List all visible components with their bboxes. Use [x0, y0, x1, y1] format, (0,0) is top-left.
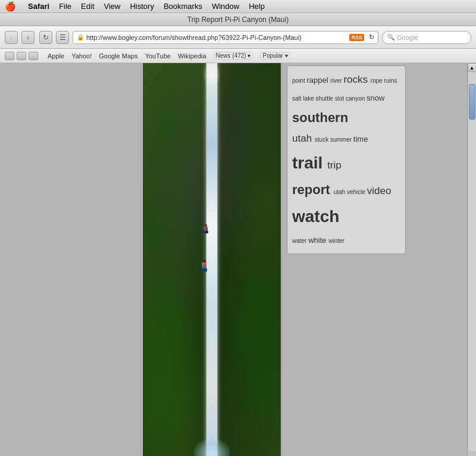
back-button[interactable]: ‹ [5, 31, 18, 44]
title-bar: Trip Report Pi-Pi Canyon (Maui) [0, 13, 476, 26]
scroll-thumb[interactable] [469, 84, 475, 120]
tag-cloud: point rappel river rocks rope ruins salt… [292, 71, 400, 249]
water-pool-bottom [194, 439, 230, 456]
tag-salt[interactable]: salt [292, 95, 303, 102]
tag-snow[interactable]: snow [367, 93, 384, 102]
tag-utah2[interactable]: utah [334, 189, 347, 195]
bookmark-apple[interactable]: Apple [48, 52, 64, 60]
climber-body [202, 263, 206, 268]
bookmark-wikipedia[interactable]: Wikipedia [178, 52, 206, 60]
reader-icon: ☰ [60, 33, 66, 42]
waterfall-image-container [141, 63, 282, 456]
lock-icon: 🔒 [77, 34, 84, 40]
bookmark-popular[interactable]: Popular ▾ [260, 52, 290, 60]
tag-winter[interactable]: winter [328, 238, 345, 244]
forward-icon: › [27, 33, 29, 42]
menu-help[interactable]: Help [249, 2, 265, 11]
back-icon: ‹ [10, 33, 12, 42]
water-spray-top [203, 63, 221, 87]
rss-badge[interactable]: RSS [349, 34, 364, 41]
tag-river[interactable]: river [330, 77, 343, 84]
tag-time[interactable]: time [353, 135, 368, 143]
reload-icon: ↻ [43, 33, 49, 42]
tag-rappel[interactable]: rappel [306, 76, 330, 85]
tag-watch[interactable]: watch [292, 207, 339, 226]
toolbar: ‹ › ↻ ☰ 🔒 http://www.bogley.com/forum/sh… [0, 26, 476, 49]
scroll-track [468, 72, 476, 451]
tag-canyon[interactable]: canyon [346, 95, 367, 102]
page-title: Trip Report Pi-Pi Canyon (Maui) [187, 15, 289, 24]
tag-trip[interactable]: trip [327, 160, 342, 171]
menu-bar: 🍎 Safari File Edit View History Bookmark… [0, 0, 476, 13]
tag-cloud-box: point rappel river rocks rope ruins salt… [287, 65, 406, 254]
right-sidebar: point rappel river rocks rope ruins salt… [282, 63, 476, 456]
tag-point[interactable]: point [292, 77, 306, 84]
menu-edit[interactable]: Edit [81, 2, 94, 11]
toolbar-icon-1[interactable] [5, 52, 14, 60]
search-placeholder: Google [397, 34, 418, 41]
bookmark-news[interactable]: News (472) ▾ [214, 52, 253, 60]
menu-bookmarks[interactable]: Bookmarks [164, 2, 202, 11]
tag-vehicle[interactable]: vehicle [347, 189, 367, 195]
toolbar-icon-2[interactable] [17, 52, 26, 60]
address-text: http://www.bogley.com/forum/showthread.p… [86, 34, 347, 41]
bookmark-maps[interactable]: Google Maps [99, 52, 137, 60]
menu-history[interactable]: History [130, 2, 154, 11]
search-icon: 🔍 [387, 34, 394, 40]
tag-water[interactable]: water [292, 238, 308, 244]
menu-safari[interactable]: Safari [28, 2, 49, 11]
climber2-legs [203, 231, 208, 233]
tag-utah[interactable]: utah [292, 133, 315, 144]
tag-trail[interactable]: trail [292, 154, 327, 172]
tag-report[interactable]: report [292, 182, 334, 197]
tag-stuck[interactable]: stuck [315, 136, 330, 143]
reader-button[interactable]: ☰ [56, 31, 69, 44]
tag-shuttle[interactable]: shuttle [315, 95, 334, 102]
tag-lake[interactable]: lake [303, 95, 315, 102]
tag-slot[interactable]: slot [335, 95, 346, 102]
menu-file[interactable]: File [59, 2, 71, 11]
tag-white[interactable]: white [308, 236, 328, 245]
climber2-body [203, 227, 208, 232]
search-bar[interactable]: 🔍 Google [382, 31, 471, 44]
menu-view[interactable]: View [104, 2, 121, 11]
tag-summer[interactable]: summer [330, 136, 353, 143]
address-bar[interactable]: 🔒 http://www.bogley.com/forum/showthread… [73, 31, 378, 44]
waterfall-image [143, 63, 281, 456]
scrollbar[interactable]: ▲ ▼ [467, 63, 476, 456]
tag-video[interactable]: video [367, 185, 392, 196]
climber-legs [201, 268, 207, 271]
reload-button[interactable]: ↻ [39, 31, 52, 44]
forward-button[interactable]: › [21, 31, 35, 44]
scroll-up-button[interactable]: ▲ [468, 63, 477, 72]
tag-ruins[interactable]: ruins [384, 77, 397, 84]
bookmark-yahoo[interactable]: Yahoo! [71, 52, 92, 60]
tag-southern[interactable]: southern [292, 110, 348, 125]
left-sidebar [0, 63, 141, 456]
content-area: point rappel river rocks rope ruins salt… [0, 63, 476, 456]
apple-menu[interactable]: 🍎 [5, 1, 16, 12]
reload-small-icon[interactable]: ↻ [369, 33, 374, 41]
toolbar-icons [5, 52, 38, 60]
toolbar-icon-3[interactable] [29, 52, 38, 60]
bookmark-youtube[interactable]: YouTube [145, 52, 171, 60]
menu-window[interactable]: Window [212, 2, 239, 11]
tag-rocks[interactable]: rocks [343, 74, 370, 85]
climber-figure [200, 260, 208, 271]
climber-figure-2 [203, 224, 209, 233]
tag-rope[interactable]: rope [371, 77, 384, 84]
bookmarks-bar: Apple Yahoo! Google Maps YouTube Wikiped… [0, 49, 476, 63]
